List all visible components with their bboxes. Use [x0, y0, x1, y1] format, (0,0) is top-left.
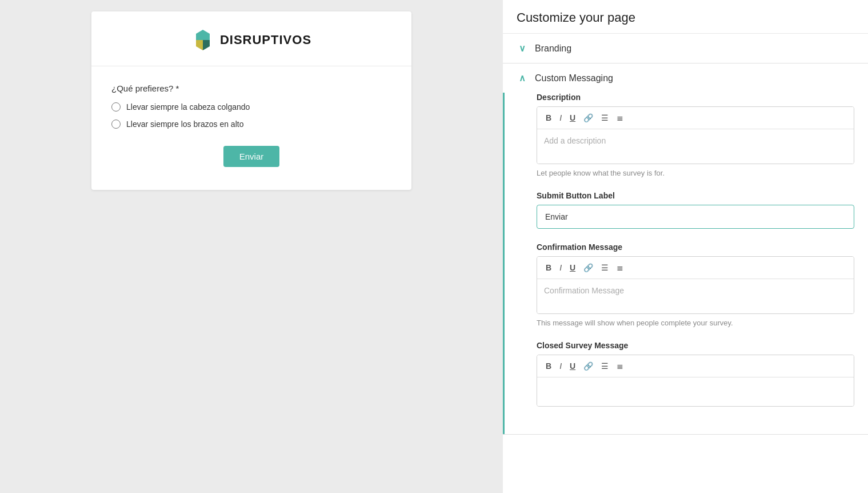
description-label: Description [537, 93, 854, 102]
survey-option-2-label[interactable]: Llevar siempre los brazos en alto [126, 120, 243, 129]
description-toolbar: B I U 🔗 ☰ ≣ [537, 107, 854, 129]
custom-messaging-accordion-header[interactable]: ∧ Custom Messaging [503, 63, 868, 93]
branding-section: ∨ Branding [503, 34, 868, 63]
confirmation-bold-button[interactable]: B [543, 261, 554, 274]
submit-button-label-field-group: Submit Button Label [537, 191, 854, 229]
survey-logo-area: DISRUPTIVOS [91, 11, 411, 66]
branding-section-label: Branding [535, 43, 571, 54]
survey-preview-panel: DISRUPTIVOS ¿Qué prefieres? * Llevar sie… [0, 0, 503, 493]
closed-underline-button[interactable]: U [567, 360, 578, 372]
closed-italic-button[interactable]: I [557, 360, 565, 372]
survey-submit-button[interactable]: Enviar [223, 146, 280, 167]
survey-radio-2[interactable] [111, 120, 121, 129]
description-italic-button[interactable]: I [557, 112, 565, 124]
closed-survey-message-toolbar: B I U 🔗 ☰ ≣ [537, 355, 854, 377]
survey-question: ¿Qué prefieres? * [111, 84, 391, 93]
custom-messaging-body: Description B I U 🔗 ☰ ≣ Add a descriptio… [503, 93, 868, 434]
survey-content: ¿Qué prefieres? * Llevar siempre la cabe… [91, 66, 411, 190]
branding-accordion-header[interactable]: ∨ Branding [503, 34, 868, 63]
survey-card: DISRUPTIVOS ¿Qué prefieres? * Llevar sie… [91, 11, 411, 190]
submit-button-label-input[interactable] [537, 205, 854, 229]
customize-panel-header: Customize your page [503, 0, 868, 34]
custom-messaging-section-label: Custom Messaging [535, 73, 613, 84]
description-link-button[interactable]: 🔗 [581, 112, 596, 124]
survey-radio-1[interactable] [111, 102, 121, 112]
confirmation-message-toolbar: B I U 🔗 ☰ ≣ [537, 257, 854, 279]
closed-link-button[interactable]: 🔗 [581, 360, 596, 372]
description-editor: B I U 🔗 ☰ ≣ Add a description [537, 106, 854, 164]
description-bold-button[interactable]: B [543, 112, 554, 124]
svg-marker-1 [196, 40, 203, 50]
confirmation-underline-button[interactable]: U [567, 261, 578, 274]
closed-survey-message-editor-content[interactable] [537, 377, 854, 406]
logo-text: DISRUPTIVOS [220, 33, 311, 47]
confirmation-message-label: Confirmation Message [537, 242, 854, 252]
svg-marker-2 [203, 40, 210, 50]
confirmation-message-editor-content[interactable]: Confirmation Message [537, 279, 854, 313]
closed-survey-message-editor: B I U 🔗 ☰ ≣ [537, 355, 854, 407]
confirmation-message-hint: This message will show when people compl… [537, 319, 854, 327]
closed-bold-button[interactable]: B [543, 360, 554, 372]
confirmation-unordered-list-button[interactable]: ☰ [598, 261, 611, 274]
disruptivos-logo-icon [191, 29, 214, 51]
logo-container: DISRUPTIVOS [191, 29, 311, 51]
custom-messaging-chevron-icon: ∧ [517, 73, 528, 84]
confirmation-ordered-list-button[interactable]: ≣ [614, 261, 626, 274]
description-field-group: Description B I U 🔗 ☰ ≣ Add a descriptio… [537, 93, 854, 177]
confirmation-link-button[interactable]: 🔗 [581, 261, 596, 274]
survey-option-2[interactable]: Llevar siempre los brazos en alto [111, 120, 391, 129]
closed-ordered-list-button[interactable]: ≣ [614, 360, 626, 372]
custom-messaging-section: ∧ Custom Messaging Description B I U 🔗 ☰… [503, 63, 868, 435]
closed-unordered-list-button[interactable]: ☰ [598, 360, 611, 372]
survey-option-1-label[interactable]: Llevar siempre la cabeza colgando [126, 102, 250, 112]
closed-survey-message-label: Closed Survey Message [537, 341, 854, 350]
customize-panel: Customize your page ∨ Branding ∧ Custom … [503, 0, 868, 493]
branding-chevron-icon: ∨ [517, 43, 528, 54]
confirmation-italic-button[interactable]: I [557, 261, 565, 274]
description-hint: Let people know what the survey is for. [537, 169, 854, 177]
description-underline-button[interactable]: U [567, 112, 578, 124]
survey-submit-area: Enviar [111, 146, 391, 167]
confirmation-message-field-group: Confirmation Message B I U 🔗 ☰ ≣ Confirm… [537, 242, 854, 327]
page-title: Customize your page [517, 10, 854, 25]
description-ordered-list-button[interactable]: ≣ [614, 112, 626, 124]
survey-option-1[interactable]: Llevar siempre la cabeza colgando [111, 102, 391, 112]
submit-button-label-label: Submit Button Label [537, 191, 854, 200]
closed-survey-message-field-group: Closed Survey Message B I U 🔗 ☰ ≣ [537, 341, 854, 407]
description-unordered-list-button[interactable]: ☰ [598, 112, 611, 124]
description-editor-content[interactable]: Add a description [537, 129, 854, 164]
svg-marker-0 [196, 30, 210, 40]
confirmation-message-editor: B I U 🔗 ☰ ≣ Confirmation Message [537, 256, 854, 314]
